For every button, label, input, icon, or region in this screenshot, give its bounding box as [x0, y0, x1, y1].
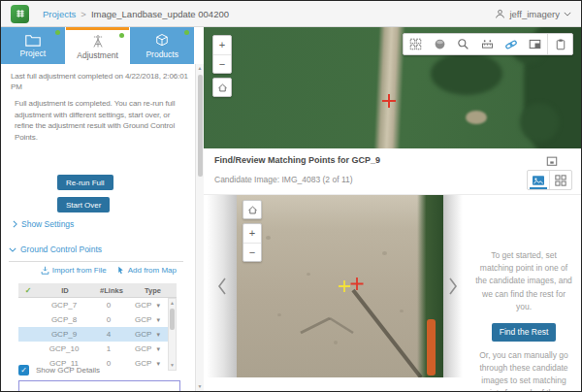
app-logo-icon[interactable]: [11, 5, 29, 23]
map-view[interactable]: + −: [204, 27, 582, 148]
cell-id: GCP_10: [38, 344, 90, 353]
chevron-left-icon: [217, 278, 227, 295]
cursor-arrow-icon: [116, 266, 125, 275]
scroll-down-icon[interactable]: ▼: [198, 382, 203, 391]
cube-icon: [154, 33, 170, 48]
cell-id: GCP_8: [38, 315, 90, 324]
search-icon[interactable]: [451, 34, 475, 54]
chevron-right-icon: [448, 278, 458, 295]
scroll-up-icon[interactable]: ▲: [198, 64, 203, 73]
breadcrumb-projects[interactable]: Projects: [43, 9, 76, 19]
gcp-table-body: GCP_70GCP GCP_80GCP GCP_94GCP GCP_101GCP…: [18, 298, 177, 371]
type-dropdown[interactable]: GCP: [135, 330, 160, 339]
gcp-table: ✓ ID #Links Type GCP_70GCP GCP_80GCP GCP…: [18, 283, 177, 371]
red-cross-marker: [351, 278, 364, 290]
candidate-image-label: Candidate Image: IMG_4083 (2 of 11): [214, 175, 353, 184]
candidate-image[interactable]: + −: [237, 195, 443, 377]
col-links: #Links: [92, 286, 131, 295]
image-collection-icon[interactable]: [524, 34, 548, 54]
gcp-table-header: ✓ ID #Links Type: [18, 283, 177, 298]
person-icon: [495, 9, 505, 19]
tab-adjustment[interactable]: Adjustment: [66, 27, 130, 64]
breadcrumb-separator: >: [81, 9, 86, 19]
adjustment-panel: Last full adjustment completed on 4/22/2…: [1, 64, 195, 391]
home-icon: [247, 205, 258, 215]
tab-label: Adjustment: [77, 50, 118, 60]
app-window: Projects > Image_Landbase_update 004200 …: [0, 0, 582, 392]
show-gcp-details-row: Show GCP Details: [18, 365, 100, 376]
grid-view-icon[interactable]: [549, 171, 571, 189]
scroll-thumb[interactable]: [170, 309, 175, 330]
col-id: ID: [38, 286, 92, 295]
tab-status-dot: [119, 33, 124, 38]
map-toolbar: [403, 33, 573, 55]
map-dirt-patch: [466, 111, 487, 124]
zoom-in-button[interactable]: +: [243, 224, 261, 244]
tab-products[interactable]: Products: [130, 27, 194, 64]
rerun-full-button[interactable]: Re-run Full: [57, 175, 113, 190]
import-from-file-link[interactable]: Import from File: [41, 266, 107, 275]
chevron-right-icon: [13, 220, 17, 228]
add-from-map-label: Add from Map: [128, 266, 177, 275]
map-trees: [431, 52, 502, 95]
table-row[interactable]: GCP_80GCP: [18, 312, 168, 327]
check-icon: ✓: [18, 286, 38, 295]
find-review-panel: Find/Review Matching Points for GCP_9 Ca…: [204, 148, 582, 392]
measure-icon[interactable]: [475, 34, 500, 54]
chevron-down-icon: [564, 12, 571, 16]
adjustment-description: Full adjustment is completed. You can re…: [15, 98, 185, 143]
clipboard-icon[interactable]: [547, 34, 572, 54]
matching-instructions: To get started, set matching point in on…: [472, 242, 575, 392]
gcp-section-label: Ground Control Points: [20, 245, 102, 254]
candidate-image-viewer: + − To get started, set matching point i…: [204, 195, 582, 377]
scroll-down-icon[interactable]: ▼: [170, 361, 175, 370]
table-row-selected[interactable]: GCP_94GCP: [18, 327, 168, 342]
type-dropdown[interactable]: GCP: [135, 359, 160, 368]
cell-id: GCP_9: [38, 330, 90, 339]
chevron-down-icon: [9, 247, 16, 252]
map-zoom-control: + −: [212, 35, 232, 74]
zoom-out-button[interactable]: −: [213, 55, 231, 74]
tab-project[interactable]: Project: [1, 27, 65, 64]
table-scrollbar[interactable]: ▲ ▼: [168, 298, 177, 371]
map-home-button[interactable]: [212, 78, 232, 97]
gcp-photo-placeholder: Photo not available: [18, 380, 180, 391]
table-row[interactable]: GCP_101GCP: [18, 342, 168, 356]
zoom-in-button[interactable]: +: [213, 36, 231, 55]
show-gcp-details-checkbox[interactable]: [18, 365, 29, 376]
overview-grid-icon[interactable]: [404, 34, 428, 54]
previous-image-button[interactable]: [207, 195, 237, 377]
map-road: [373, 27, 405, 148]
image-home-button[interactable]: [242, 200, 262, 219]
find-the-rest-button[interactable]: Find the Rest: [492, 323, 557, 342]
type-dropdown[interactable]: GCP: [135, 344, 160, 353]
tab-status-dot: [55, 30, 60, 35]
panel-scrollbar[interactable]: ▲ ▼: [195, 64, 204, 391]
user-menu[interactable]: jeff_imagery: [495, 9, 571, 19]
tab-status-dot: [184, 30, 189, 35]
link-gcp-icon[interactable]: [500, 34, 524, 54]
table-row[interactable]: GCP_70GCP: [18, 298, 168, 312]
tab-label: Project: [20, 49, 46, 58]
folder-icon: [25, 34, 41, 47]
next-image-button[interactable]: [443, 195, 463, 377]
type-dropdown[interactable]: GCP: [135, 301, 160, 310]
add-from-map-link[interactable]: Add from Map: [116, 266, 177, 275]
single-image-view-icon[interactable]: [528, 171, 549, 189]
import-download-icon: [41, 266, 49, 275]
view-mode-toggle: [527, 170, 572, 190]
dock-panel-icon[interactable]: [545, 154, 559, 168]
ground-control-points-section[interactable]: Ground Control Points: [9, 245, 102, 254]
basemap-sphere-icon[interactable]: [428, 34, 452, 54]
start-over-button[interactable]: Start Over: [57, 197, 110, 212]
panel-tabs: Project Adjustment Products: [1, 27, 195, 64]
type-dropdown[interactable]: GCP: [135, 315, 160, 324]
scroll-thumb[interactable]: [198, 75, 203, 177]
scroll-up-icon[interactable]: ▲: [170, 299, 175, 308]
zoom-out-button[interactable]: −: [243, 244, 261, 262]
find-review-header: Find/Review Matching Points for GCP_9 Ca…: [204, 148, 582, 195]
cell-links: 0: [90, 301, 127, 310]
gcp-red-cross-marker[interactable]: [381, 93, 397, 109]
show-settings-link[interactable]: Show Settings: [13, 219, 74, 229]
manual-text: Or, you can manually go through these ca…: [474, 349, 573, 392]
